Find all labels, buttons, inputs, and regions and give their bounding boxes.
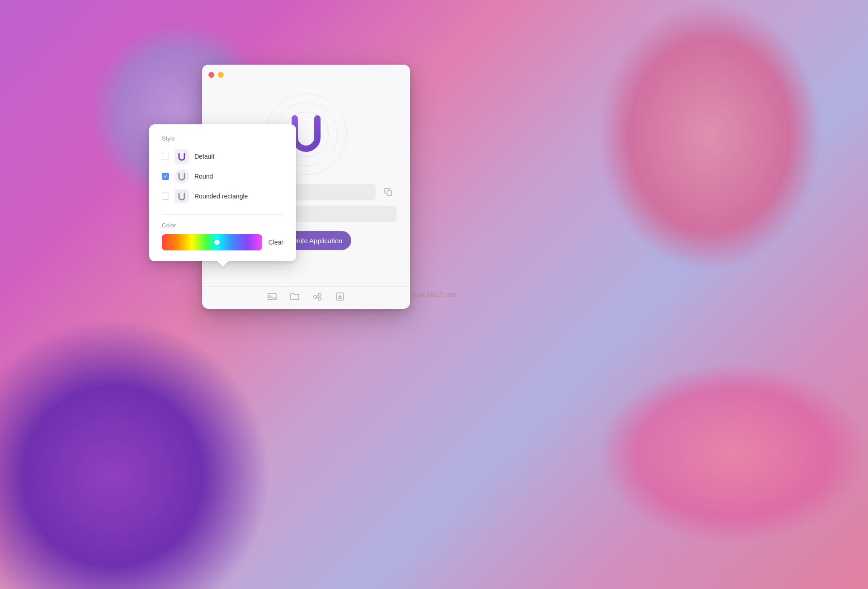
copy-icon-button[interactable]	[380, 184, 396, 200]
window-titlebar	[202, 65, 410, 85]
svg-rect-5	[318, 297, 321, 300]
style-badge-rounded-rect	[175, 189, 189, 203]
section-divider	[162, 214, 283, 215]
checkbox-round[interactable]	[162, 173, 169, 180]
svg-rect-1	[268, 293, 276, 300]
clear-button[interactable]: Clear	[269, 239, 283, 246]
style-label-default: Default	[194, 153, 214, 160]
color-picker-swatch[interactable]	[162, 234, 262, 250]
color-row: Clear	[162, 234, 283, 250]
bottom-toolbar	[202, 286, 410, 309]
style-badge-default	[175, 149, 189, 164]
svg-rect-3	[314, 296, 316, 298]
style-label-round: Round	[194, 173, 213, 180]
style-section-label: Style	[162, 135, 283, 142]
bg-blob-pink	[597, 0, 823, 271]
style-options-list: Default Round Rounded rectangle	[162, 149, 283, 203]
color-picker-dot	[214, 240, 220, 245]
svg-point-2	[270, 295, 271, 297]
svg-line-7	[316, 297, 318, 298]
svg-line-6	[316, 295, 318, 297]
checkbox-default[interactable]	[162, 153, 169, 160]
style-badge-round	[175, 169, 189, 184]
svg-rect-4	[318, 293, 321, 296]
style-popup-panel: Style Default Round	[149, 124, 296, 261]
toolbar-folder-icon[interactable]	[290, 292, 300, 304]
toolbar-image-icon[interactable]	[267, 292, 277, 304]
style-option-default[interactable]: Default	[162, 149, 283, 164]
style-option-round[interactable]: Round	[162, 169, 283, 184]
popup-arrow	[217, 261, 228, 267]
window-maximize-button[interactable]	[227, 72, 233, 78]
checkbox-rounded-rect[interactable]	[162, 193, 169, 200]
toolbar-download-icon[interactable]	[335, 292, 345, 304]
window-close-button[interactable]	[208, 72, 214, 78]
svg-rect-0	[387, 191, 392, 196]
color-section-label: Color	[162, 222, 283, 229]
style-option-rounded-rect[interactable]: Rounded rectangle	[162, 189, 283, 203]
desktop-background	[0, 0, 868, 589]
toolbar-share-icon[interactable]	[312, 292, 322, 304]
bg-blob-purple	[0, 318, 271, 589]
bg-blob-rose	[597, 363, 868, 544]
style-label-rounded-rect: Rounded rectangle	[194, 193, 248, 200]
window-minimize-button[interactable]	[218, 72, 224, 78]
